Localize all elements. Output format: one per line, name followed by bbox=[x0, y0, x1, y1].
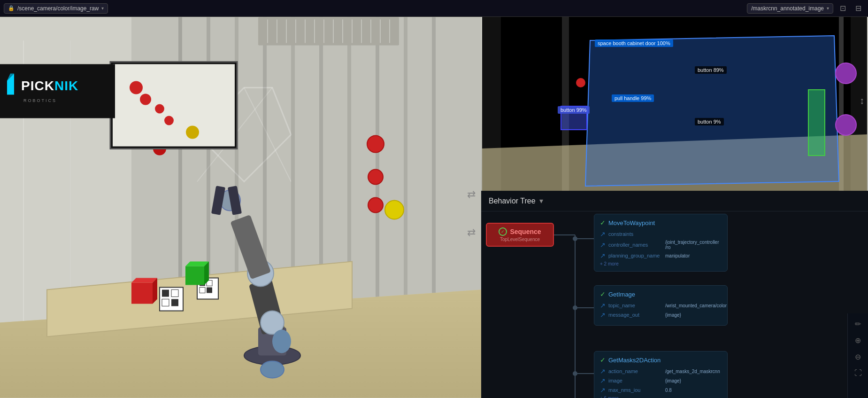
camera-topic-label: /scene_camera/color/image_raw bbox=[17, 5, 99, 12]
mw-arrow-3: ↗ bbox=[600, 252, 606, 259]
svg-point-105 bbox=[576, 78, 585, 87]
mw-field-3: planning_group_name bbox=[608, 253, 662, 258]
robot-scene: PICKNIK ROBOTICS ⇄ ⇄ bbox=[0, 17, 481, 398]
maskrcnn-topic-label: /maskrcnn_annotated_image bbox=[751, 5, 824, 12]
camera-topic-chevron: ▾ bbox=[101, 6, 104, 11]
mw-check: ✓ bbox=[600, 219, 606, 226]
svg-point-104 bbox=[836, 115, 856, 135]
svg-rect-16 bbox=[376, 17, 379, 299]
svg-text:PICKNIK: PICKNIK bbox=[21, 78, 78, 93]
gm-field-2: image bbox=[608, 378, 662, 383]
bt-dropdown-icon[interactable]: ▾ bbox=[539, 196, 543, 205]
svg-point-111 bbox=[573, 236, 577, 241]
maskrcnn-sync-icon[interactable]: ↕ bbox=[860, 95, 864, 106]
maskrcnn-topic-chevron: ▾ bbox=[827, 6, 829, 11]
svg-rect-14 bbox=[319, 17, 323, 299]
annotation-pull-handle: pull handle 99% bbox=[612, 94, 654, 102]
svg-rect-52 bbox=[207, 288, 212, 293]
svg-rect-17 bbox=[404, 17, 407, 299]
get-image-card: ✓ GetImage ↗ topic_name /wrist_mounted_c… bbox=[594, 285, 728, 326]
move-to-waypoint-card: ✓ MoveToWaypoint ↗ constraints ↗ control… bbox=[594, 214, 728, 272]
gm-val-3: 0.8 bbox=[665, 388, 672, 393]
svg-rect-15 bbox=[347, 17, 351, 299]
svg-point-24 bbox=[385, 201, 404, 219]
svg-point-76 bbox=[186, 126, 199, 139]
svg-rect-44 bbox=[162, 290, 169, 297]
gi-arrow-1: ↗ bbox=[600, 302, 606, 309]
mw-arrow-2: ↗ bbox=[600, 241, 606, 249]
svg-rect-56 bbox=[185, 266, 204, 285]
gm-more: + 6 more bbox=[600, 396, 722, 398]
gm-title: GetMasks2DAction bbox=[608, 357, 661, 364]
sequence-label: Sequence bbox=[510, 228, 541, 235]
gi-arrow-2: ↗ bbox=[600, 311, 606, 319]
get-masks-card: ✓ GetMasks2DAction ↗ action_name /get_ma… bbox=[594, 351, 728, 398]
right-panel: space booth cabinet door 100% pull handl… bbox=[481, 17, 868, 398]
camera-topic-selector[interactable]: 🔒 /scene_camera/color/image_raw ▾ bbox=[4, 3, 108, 14]
robot-viewport: PICKNIK ROBOTICS ⇄ ⇄ bbox=[0, 17, 481, 398]
svg-rect-18 bbox=[432, 17, 436, 299]
svg-rect-25 bbox=[258, 17, 399, 46]
svg-point-22 bbox=[368, 170, 383, 185]
gm-check: ✓ bbox=[600, 356, 606, 364]
bt-node-area: ✓ Sequence TopLevelSequence ✓ MoveToWayp… bbox=[481, 211, 868, 398]
maskrcnn-topic-selector[interactable]: /maskrcnn_annotated_image ▾ bbox=[747, 3, 833, 14]
gi-check: ✓ bbox=[600, 290, 606, 298]
bt-title: Behavior Tree bbox=[489, 197, 536, 205]
sequence-check: ✓ bbox=[499, 227, 507, 236]
gi-title: GetImage bbox=[608, 291, 635, 298]
viewport-sync-button[interactable]: ⇄ bbox=[467, 188, 476, 201]
maskrcnn-view: space booth cabinet door 100% pull handl… bbox=[481, 17, 868, 191]
gm-val-1: /get_masks_2d_maskrcnn bbox=[665, 369, 720, 374]
svg-point-21 bbox=[367, 136, 384, 153]
svg-rect-45 bbox=[171, 290, 178, 297]
mw-arrow-1: ↗ bbox=[600, 230, 606, 238]
sequence-node[interactable]: ✓ Sequence TopLevelSequence bbox=[486, 223, 554, 247]
edit-icon[interactable]: ✏ bbox=[853, 317, 863, 331]
svg-marker-100 bbox=[585, 36, 839, 186]
mw-val-3: manipulator bbox=[665, 253, 690, 258]
svg-rect-11 bbox=[235, 17, 238, 299]
maskrcnn-svg bbox=[481, 17, 868, 191]
svg-point-73 bbox=[140, 94, 151, 105]
viewport-sync-button-2[interactable]: ⇄ bbox=[467, 226, 476, 239]
lock-icon: 🔒 bbox=[8, 5, 15, 11]
maskrcnn-scene: space booth cabinet door 100% pull handl… bbox=[481, 17, 868, 191]
svg-point-23 bbox=[368, 198, 383, 213]
sequence-sublabel: TopLevelSequence bbox=[492, 237, 548, 242]
svg-rect-10 bbox=[207, 17, 210, 299]
extra-button-2[interactable]: ⊟ bbox=[853, 3, 864, 14]
mw-more: + 2 more bbox=[600, 261, 722, 266]
gm-field-3: max_nms_iou bbox=[608, 387, 662, 393]
mw-title: MoveToWaypoint bbox=[608, 219, 655, 226]
extra-button-1[interactable]: ⊡ bbox=[837, 3, 849, 14]
svg-point-74 bbox=[155, 104, 164, 114]
gi-val-1: /wrist_mounted_camera/color bbox=[665, 303, 727, 308]
bt-content: ✓ Sequence TopLevelSequence ✓ MoveToWayp… bbox=[481, 211, 868, 398]
bt-header: Behavior Tree ▾ bbox=[481, 191, 868, 211]
gm-val-2: {image} bbox=[665, 378, 681, 383]
annotation-cabinet-door: space booth cabinet door 100% bbox=[595, 39, 673, 47]
zoom-in-icon[interactable]: ⊕ bbox=[853, 334, 863, 347]
svg-rect-13 bbox=[291, 17, 295, 299]
svg-point-69 bbox=[261, 361, 284, 378]
svg-point-72 bbox=[130, 81, 143, 94]
svg-point-68 bbox=[272, 330, 291, 353]
svg-rect-46 bbox=[162, 299, 169, 306]
svg-rect-51 bbox=[200, 288, 205, 293]
svg-rect-53 bbox=[131, 283, 153, 304]
gm-field-1: action_name bbox=[608, 368, 662, 374]
svg-point-112 bbox=[573, 305, 577, 310]
svg-rect-71 bbox=[113, 64, 235, 147]
gi-val-2: {image} bbox=[665, 312, 681, 318]
annotation-button-3: button 9% bbox=[695, 118, 724, 125]
mw-field-2: controller_names bbox=[608, 242, 662, 248]
mw-field-1: constraints bbox=[608, 231, 662, 237]
scene-svg: PICKNIK ROBOTICS bbox=[0, 17, 481, 398]
gm-arrow-1: ↗ bbox=[600, 367, 606, 375]
zoom-out-icon[interactable]: ⊖ bbox=[853, 350, 863, 364]
fit-icon[interactable]: ⛶ bbox=[852, 367, 864, 380]
gi-field-2: message_out bbox=[608, 312, 662, 318]
mw-val-2: /joint_trajectory_controller /ro bbox=[665, 240, 722, 250]
gm-arrow-3: ↗ bbox=[600, 386, 606, 394]
